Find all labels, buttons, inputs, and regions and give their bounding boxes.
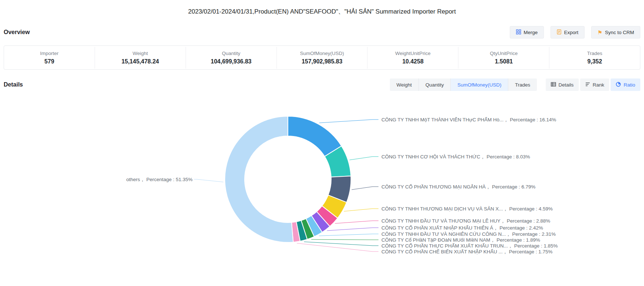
stat-label: Weight bbox=[95, 51, 186, 56]
stat-value: 10.4258 bbox=[367, 58, 458, 65]
rank-icon bbox=[585, 82, 590, 88]
pie-slice-10[interactable] bbox=[225, 116, 293, 242]
stat-weight: Weight 15,145,478.24 bbox=[95, 47, 186, 69]
sync-to-crm-button-label: Sync to CRM bbox=[605, 30, 634, 35]
merge-button-label: Merge bbox=[524, 30, 538, 35]
stat-qty-unit-price: QtyUnitPrice 1.5081 bbox=[458, 47, 549, 69]
pie-label-8: CÔNG TY CỔ PHẦN THỰC PHẨM XUẤT KHẨU TRUN… bbox=[381, 243, 558, 249]
view-tab-group: Details Rank Ratio bbox=[546, 78, 640, 91]
pie-label-6: CÔNG TY TNHH ĐẦU TƯ VÀ NGHIÊN CỨU CÔNG N… bbox=[381, 231, 556, 237]
overview-actions: Merge Export ⚑ Sync to CRM bbox=[510, 26, 640, 38]
stat-value: 579 bbox=[4, 58, 95, 65]
tab-trades[interactable]: Trades bbox=[508, 78, 537, 91]
tab-details-label: Details bbox=[559, 82, 574, 88]
pie-label-9: CÔNG TY CỔ PHẦN CHẾ BIẾN XUẤT NHẬP KHẨU … bbox=[381, 249, 552, 254]
metric-tab-group: Weight Quantity SumOfMoney(USD) Trades bbox=[390, 78, 537, 91]
label-leader-line-9 bbox=[297, 243, 378, 252]
pie-label-4: CÔNG TY TNHH ĐẦU TƯ VÀ THƯƠNG MẠI LÊ HUY… bbox=[381, 218, 550, 224]
merge-button[interactable]: Merge bbox=[510, 26, 544, 38]
tab-ratio-label: Ratio bbox=[623, 82, 635, 88]
flag-icon: ⚑ bbox=[597, 30, 602, 35]
label-leader-line-4 bbox=[335, 221, 378, 223]
pie-label-5: CÔNG TY CỔ PHẦN XUẤT NHẬP KHẨU THIÊN Á， … bbox=[381, 225, 543, 231]
stat-label: Importer bbox=[4, 51, 95, 56]
stat-label: QtyUnitPrice bbox=[458, 51, 549, 56]
pie-slice-0[interactable] bbox=[288, 116, 341, 157]
label-leader-line-7 bbox=[311, 239, 378, 240]
tab-rank-label: Rank bbox=[593, 82, 604, 88]
pie-label-1: CÔNG TY TNHH CƠ HỘI VÀ THÁCH THỨC， Perce… bbox=[381, 154, 530, 160]
export-button[interactable]: Export bbox=[550, 26, 585, 38]
table-icon bbox=[551, 82, 556, 88]
export-button-label: Export bbox=[564, 30, 578, 35]
label-leader-line-6 bbox=[319, 234, 378, 236]
donut-chart-svg: CÔNG TY TNHH MộT THÀNH VIÊN THựC PHẨM Hò… bbox=[0, 99, 644, 286]
tab-sum-of-money[interactable]: SumOfMoney(USD) bbox=[450, 78, 508, 91]
sync-to-crm-button[interactable]: ⚑ Sync to CRM bbox=[591, 26, 640, 38]
pie-ratio-icon bbox=[616, 82, 621, 88]
stat-value: 15,145,478.24 bbox=[95, 58, 186, 65]
overview-stats-card: Importer 579 Weight 15,145,478.24 Quanti… bbox=[4, 45, 640, 70]
tab-rank[interactable]: Rank bbox=[580, 78, 610, 91]
details-header: Details Weight Quantity SumOfMoney(USD) … bbox=[4, 78, 640, 91]
stat-value: 1.5081 bbox=[458, 58, 549, 65]
details-controls: Weight Quantity SumOfMoney(USD) Trades D… bbox=[390, 78, 640, 91]
label-leader-line-5 bbox=[327, 228, 378, 231]
stat-sum-of-money: SumOfMoney(USD) 157,902,985.83 bbox=[277, 47, 368, 69]
pie-label-7: CÔNG TY Cổ PHầN TậP ĐOàN MUốI MIềN NAM， … bbox=[381, 237, 540, 243]
importer-ratio-chart: CÔNG TY TNHH MộT THÀNH VIÊN THựC PHẨM Hò… bbox=[0, 99, 644, 286]
stat-importer: Importer 579 bbox=[4, 47, 95, 69]
tab-ratio[interactable]: Ratio bbox=[611, 78, 640, 91]
merge-grid-icon bbox=[516, 29, 521, 36]
label-leader-line-10 bbox=[194, 179, 223, 182]
pie-label-0: CÔNG TY TNHH MộT THÀNH VIÊN THựC PHẨM Hò… bbox=[381, 117, 556, 122]
pie-label-10: others， Percentage : 51.35% bbox=[126, 177, 193, 182]
label-leader-line-0 bbox=[319, 120, 378, 123]
stat-weight-unit-price: WeightUnitPrice 10.4258 bbox=[367, 47, 458, 69]
label-leader-line-2 bbox=[352, 187, 378, 190]
tab-quantity[interactable]: Quantity bbox=[418, 78, 450, 91]
stat-label: Quantity bbox=[186, 51, 277, 56]
pie-label-3: CÔNG TY TNHH THƯƠNG MẠI DỊCH VỤ VÀ SẢN X… bbox=[381, 206, 553, 212]
export-file-icon bbox=[557, 29, 561, 36]
importer-report-page: 2023/02/01-2024/01/31,Product(EN) AND"SE… bbox=[0, 0, 644, 286]
stat-trades: Trades 9,352 bbox=[549, 47, 640, 69]
pie-label-2: CÔNG TY CỔ PHẦN THƯƠNG MẠI NGÂN HÀ， Perc… bbox=[381, 184, 535, 190]
stat-label: Trades bbox=[549, 51, 640, 56]
label-leader-line-1 bbox=[350, 157, 378, 160]
stat-quantity: Quantity 104,699,936.83 bbox=[186, 47, 277, 69]
stat-value: 157,902,985.83 bbox=[277, 58, 367, 65]
page-title: 2023/02/01-2024/01/31,Product(EN) AND"SE… bbox=[0, 0, 644, 16]
overview-header: Overview Merge Export ⚑ Sync to CRM bbox=[4, 26, 640, 38]
label-leader-line-3 bbox=[344, 209, 378, 211]
tab-weight[interactable]: Weight bbox=[390, 78, 418, 91]
tab-details[interactable]: Details bbox=[546, 78, 579, 91]
stat-value: 9,352 bbox=[549, 58, 640, 65]
stat-value: 104,699,936.83 bbox=[186, 58, 277, 65]
details-heading: Details bbox=[4, 81, 23, 88]
overview-heading: Overview bbox=[4, 29, 30, 36]
stat-label: SumOfMoney(USD) bbox=[277, 51, 367, 56]
stat-label: WeightUnitPrice bbox=[367, 51, 458, 56]
